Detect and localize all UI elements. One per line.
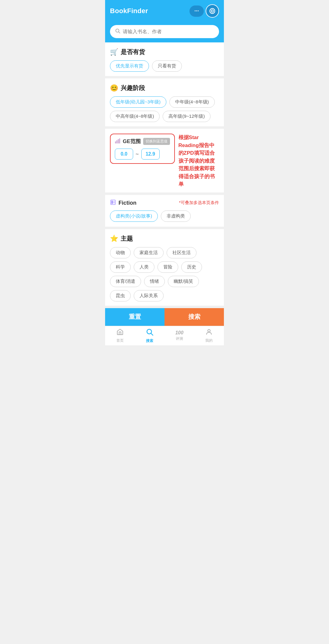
svg-rect-7 [119,138,120,143]
svg-rect-8 [111,200,115,204]
ge-box: GE范围 切换到蓝思值 ~ [110,134,175,164]
fiction-icon [110,199,116,207]
cart-icon: 🛒 [110,48,118,56]
search-input[interactable] [123,29,214,34]
fiction-chips: 虚构类(小说/故事) 非虚构类 [110,210,219,222]
nav-score-label: 评测 [176,336,183,341]
nav-profile[interactable]: 我的 [194,328,224,343]
interest-title: 兴趣阶段 [121,84,145,92]
interest-chip-0[interactable]: 低年级(幼儿园~3年级) [110,96,166,108]
theme-chip-9[interactable]: 幽默/搞笑 [168,276,199,287]
ge-switch-button[interactable]: 切换到蓝思值 [143,138,170,145]
nav-score[interactable]: 100 评测 [164,330,194,341]
search-icon [115,28,120,35]
svg-rect-5 [116,140,117,143]
availability-chips: 优先显示有货 只看有货 [110,60,219,72]
theme-chip-0[interactable]: 动物 [110,247,131,258]
theme-chip-3[interactable]: 科学 [110,261,131,273]
app-header: BookFinder ··· [105,0,224,22]
availability-chip-0[interactable]: 优先显示有货 [110,60,149,72]
home-icon [116,328,124,337]
reset-button[interactable]: 重置 [105,308,164,326]
interest-chip-2[interactable]: 中高年级(4~8年级) [110,111,160,122]
search-nav-icon [146,328,154,338]
theme-chip-2[interactable]: 社区生活 [167,247,196,258]
svg-rect-4 [115,141,116,143]
camera-button[interactable] [206,4,219,18]
ge-tilde: ~ [136,151,139,157]
availability-section: 🛒 是否有货 优先显示有货 只看有货 [105,42,224,78]
star-icon: ⭐ [110,235,118,243]
nav-search[interactable]: 搜索 [135,328,165,344]
search-bar-wrap [105,22,224,42]
theme-chip-8[interactable]: 情绪 [144,276,165,287]
ge-range-row: ~ [115,149,170,160]
fiction-tip: *可叠加多选本页条件 [179,200,219,206]
svg-line-14 [151,333,153,335]
interest-section: 😊 兴趣阶段 低年级(幼儿园~3年级) 中年级(4~8年级) 中高年级(4~8年… [105,78,224,129]
content-area: 🛒 是否有货 优先显示有货 只看有货 😊 兴趣阶段 低年级(幼儿园~3年级) 中… [105,42,224,308]
theme-chip-7[interactable]: 体育/消遣 [110,276,141,287]
ge-section: GE范围 切换到蓝思值 ~ 根据Star Reading报告中的ZPD填写适合孩… [105,129,224,195]
search-button[interactable]: 搜索 [164,308,224,326]
theme-chips: 动物 家庭生活 社区生活 科学 人类 冒险 历史 体育/消遣 情绪 幽默/搞笑 … [110,247,219,301]
svg-point-0 [211,10,213,12]
theme-chip-10[interactable]: 昆虫 [110,290,131,301]
nav-home[interactable]: 首页 [105,328,135,343]
fiction-section: Fiction *可叠加多选本页条件 虚构类(小说/故事) 非虚构类 [105,195,224,229]
theme-title: 主题 [121,235,133,243]
theme-chip-6[interactable]: 历史 [181,261,202,273]
theme-section: ⭐ 主题 动物 家庭生活 社区生活 科学 人类 冒险 历史 体育/消遣 情绪 幽… [105,229,224,308]
ge-label: GE范围 [123,138,141,145]
more-button[interactable]: ··· [189,5,204,17]
interest-chips: 低年级(幼儿园~3年级) 中年级(4~8年级) 中高年级(4~8年级) 高年级(… [110,96,219,122]
fiction-title: Fiction [119,200,136,206]
nav-search-label: 搜索 [146,338,153,344]
user-icon [205,328,213,337]
svg-line-3 [119,32,120,33]
theme-chip-5[interactable]: 冒险 [157,261,178,273]
availability-title: 是否有货 [121,48,145,56]
theme-chip-11[interactable]: 人际关系 [134,290,164,301]
availability-chip-1[interactable]: 只看有货 [152,60,182,72]
theme-chip-1[interactable]: 家庭生活 [134,247,164,258]
score-icon: 100 [175,330,183,336]
nav-profile-label: 我的 [205,338,213,343]
svg-rect-6 [118,139,119,143]
ge-max-input[interactable] [141,149,160,160]
svg-point-1 [210,9,215,14]
ge-min-input[interactable] [115,149,133,160]
ge-header: GE范围 切换到蓝思值 [115,138,170,145]
theme-chip-4[interactable]: 人类 [134,261,154,273]
fiction-chip-1[interactable]: 非虚构类 [161,210,191,222]
search-bar[interactable] [110,25,219,38]
interest-chip-3[interactable]: 高年级(9~12年级) [163,111,210,122]
app-title: BookFinder [110,7,148,15]
smile-icon: 😊 [110,84,118,92]
interest-header: 😊 兴趣阶段 [110,84,219,92]
svg-point-15 [208,329,210,332]
fiction-chip-0[interactable]: 虚构类(小说/故事) [110,210,158,222]
bottom-actions: 重置 搜索 [105,308,224,326]
header-actions: ··· [189,4,219,18]
theme-header: ⭐ 主题 [110,235,219,243]
ge-tip: 根据Star Reading报告中的ZPD填写适合孩子阅读的难度范围后搜索即获得… [179,134,219,188]
svg-rect-9 [111,201,113,204]
bottom-nav: 首页 搜索 100 评测 我的 [105,326,224,345]
availability-header: 🛒 是否有货 [110,48,219,56]
ge-bar-icon [115,138,120,145]
interest-chip-1[interactable]: 中年级(4~8年级) [169,96,214,108]
fiction-header: Fiction *可叠加多选本页条件 [110,199,219,207]
nav-home-label: 首页 [116,338,124,343]
